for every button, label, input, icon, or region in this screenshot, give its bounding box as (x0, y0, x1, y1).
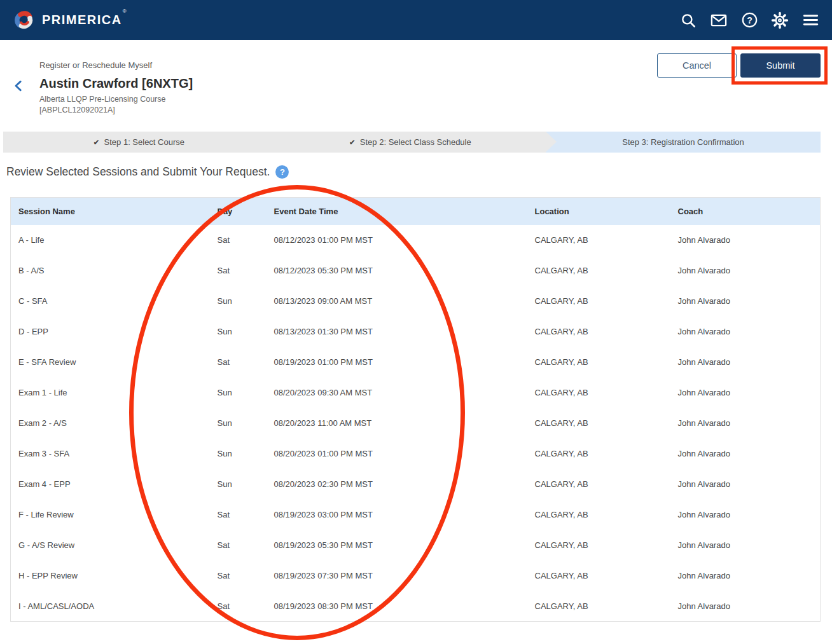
step-1-select-course[interactable]: ✔ Step 1: Select Course (3, 132, 275, 153)
session-name-cell: E - SFA Review (11, 347, 210, 378)
brand-name: PRIMERICA (42, 13, 122, 27)
event-date-time-cell: 08/19/2023 05:30 PM MST (267, 530, 527, 561)
coach-cell: John Alvarado (670, 256, 821, 286)
coach-cell: John Alvarado (670, 561, 821, 591)
location-cell: CALGARY, AB (527, 317, 670, 347)
check-icon: ✔ (93, 138, 99, 147)
top-navbar: PRIMERICA® ? (0, 0, 832, 40)
session-row: F - Life Review Sat 08/19/2023 03:00 PM … (11, 500, 821, 530)
coach-cell: John Alvarado (670, 286, 821, 317)
event-date-time-cell: 08/20/2023 01:00 PM MST (267, 439, 527, 469)
day-cell: Sun (210, 439, 267, 469)
day-cell: Sat (210, 347, 267, 378)
location-cell: CALGARY, AB (527, 500, 670, 530)
day-cell: Sat (210, 225, 267, 256)
help-icon: ? (741, 11, 758, 29)
event-date-time-cell: 08/19/2023 08:30 PM MST (267, 591, 527, 622)
section-heading-text: Review Selected Sessions and Submit Your… (6, 165, 270, 179)
svg-text:?: ? (747, 15, 752, 25)
session-row: Exam 1 - Life Sun 08/20/2023 09:30 AM MS… (11, 378, 821, 408)
column-header-session-name: Session Name (11, 198, 210, 225)
table-header-row: Session Name Day Event Date Time Locatio… (11, 198, 821, 225)
event-date-time-cell: 08/12/2023 01:00 PM MST (267, 225, 527, 256)
location-cell: CALGARY, AB (527, 286, 670, 317)
help-button[interactable]: ? (740, 11, 758, 29)
session-row: B - A/S Sat 08/12/2023 05:30 PM MST CALG… (11, 256, 821, 286)
menu-button[interactable] (801, 11, 819, 29)
column-header-location: Location (527, 198, 670, 225)
coach-cell: John Alvarado (670, 317, 821, 347)
session-row: H - EPP Review Sat 08/19/2023 07:30 PM M… (11, 561, 821, 591)
session-row: G - A/S Review Sat 08/19/2023 05:30 PM M… (11, 530, 821, 561)
step-2-select-class-schedule[interactable]: ✔ Step 2: Select Class Schedule (275, 132, 546, 153)
session-row: Exam 4 - EPP Sun 08/20/2023 02:30 PM MST… (11, 469, 821, 500)
session-name-cell: G - A/S Review (11, 530, 210, 561)
coach-cell: John Alvarado (670, 408, 821, 439)
session-name-cell: A - Life (11, 225, 210, 256)
event-date-time-cell: 08/13/2023 09:00 AM MST (267, 286, 527, 317)
primerica-brand[interactable]: PRIMERICA® (13, 9, 126, 32)
location-cell: CALGARY, AB (527, 530, 670, 561)
location-cell: CALGARY, AB (527, 378, 670, 408)
step-3-label: Step 3: Registration Confirmation (622, 137, 744, 147)
column-header-coach: Coach (670, 198, 821, 225)
event-date-time-cell: 08/13/2023 01:30 PM MST (267, 317, 527, 347)
steps-completed-section: ✔ Step 1: Select Course ✔ Step 2: Select… (3, 132, 546, 153)
session-row: D - EPP Sun 08/13/2023 01:30 PM MST CALG… (11, 317, 821, 347)
settings-button[interactable] (771, 11, 789, 29)
back-button[interactable] (10, 78, 28, 95)
step-2-label: Step 2: Select Class Schedule (360, 137, 471, 147)
location-cell: CALGARY, AB (527, 591, 670, 622)
breadcrumb: Register or Reschedule Myself (39, 60, 152, 70)
primerica-logo-icon (13, 9, 36, 32)
course-code: [ABPLCL12092021A] (39, 105, 166, 116)
session-name-cell: H - EPP Review (11, 561, 210, 591)
session-row: Exam 2 - A/S Sun 08/20/2023 11:00 AM MST… (11, 408, 821, 439)
event-date-time-cell: 08/19/2023 01:00 PM MST (267, 347, 527, 378)
location-cell: CALGARY, AB (527, 561, 670, 591)
session-name-cell: D - EPP (11, 317, 210, 347)
day-cell: Sat (210, 561, 267, 591)
session-row: C - SFA Sun 08/13/2023 09:00 AM MST CALG… (11, 286, 821, 317)
coach-cell: John Alvarado (670, 225, 821, 256)
day-cell: Sun (210, 286, 267, 317)
session-row: Exam 3 - SFA Sun 08/20/2023 01:00 PM MST… (11, 439, 821, 469)
step-3-registration-confirmation: Step 3: Registration Confirmation (546, 137, 821, 147)
session-row: I - AML/CASL/AODA Sat 08/19/2023 08:30 P… (11, 591, 821, 622)
coach-cell: John Alvarado (670, 439, 821, 469)
location-cell: CALGARY, AB (527, 347, 670, 378)
location-cell: CALGARY, AB (527, 469, 670, 500)
brand-registered-mark: ® (123, 8, 127, 14)
session-row: E - SFA Review Sat 08/19/2023 01:00 PM M… (11, 347, 821, 378)
mail-icon (710, 11, 728, 29)
chevron-left-icon (12, 79, 26, 93)
session-row: A - Life Sat 08/12/2023 01:00 PM MST CAL… (11, 225, 821, 256)
mail-button[interactable] (710, 11, 728, 29)
course-name: Alberta LLQP Pre-Licensing Course (39, 94, 166, 105)
navbar-actions: ? (679, 11, 819, 29)
steps-current-section: Step 3: Registration Confirmation (546, 132, 821, 153)
day-cell: Sat (210, 591, 267, 622)
section-help-icon[interactable]: ? (275, 165, 289, 179)
session-name-cell: Exam 1 - Life (11, 378, 210, 408)
session-name-cell: Exam 3 - SFA (11, 439, 210, 469)
cancel-button[interactable]: Cancel (657, 53, 737, 78)
page-title: Austin Crawford [6NXTG] (39, 76, 193, 91)
day-cell: Sun (210, 317, 267, 347)
event-date-time-cell: 08/19/2023 07:30 PM MST (267, 561, 527, 591)
session-name-cell: F - Life Review (11, 500, 210, 530)
event-date-time-cell: 08/20/2023 02:30 PM MST (267, 469, 527, 500)
step-progress-bar: ✔ Step 1: Select Course ✔ Step 2: Select… (3, 132, 821, 153)
event-date-time-cell: 08/20/2023 09:30 AM MST (267, 378, 527, 408)
submit-button[interactable]: Submit (740, 53, 821, 78)
check-icon: ✔ (349, 138, 356, 147)
session-name-cell: C - SFA (11, 286, 210, 317)
location-cell: CALGARY, AB (527, 439, 670, 469)
sessions-table-body: A - Life Sat 08/12/2023 01:00 PM MST CAL… (11, 225, 821, 622)
session-name-cell: I - AML/CASL/AODA (11, 591, 210, 622)
section-heading: Review Selected Sessions and Submit Your… (6, 165, 289, 179)
day-cell: Sun (210, 408, 267, 439)
search-button[interactable] (679, 11, 697, 29)
coach-cell: John Alvarado (670, 500, 821, 530)
menu-icon (802, 11, 819, 29)
